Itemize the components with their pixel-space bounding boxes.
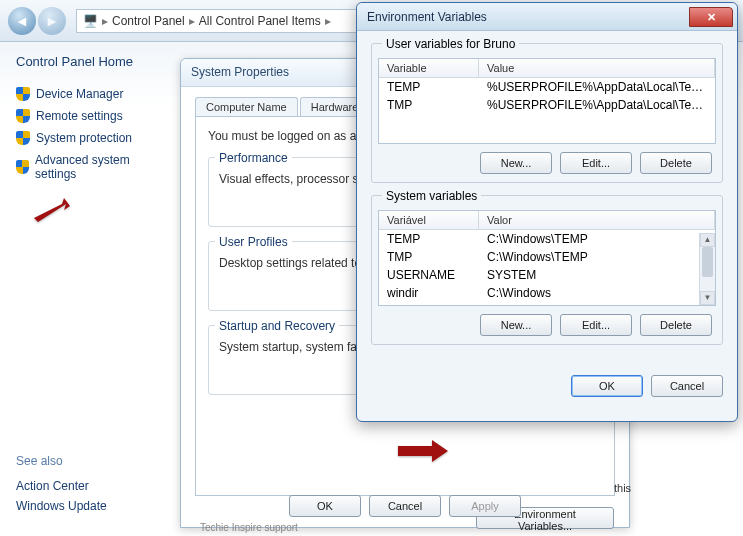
sidebar: Control Panel Home Device Manager Remote… — [0, 42, 180, 536]
title-bar[interactable]: Environment Variables ✕ — [357, 3, 737, 31]
sidebar-item-device-manager[interactable]: Device Manager — [8, 83, 172, 105]
table-header[interactable]: Variable Value — [379, 59, 715, 78]
group-label: System variables — [382, 189, 481, 203]
user-variables-table[interactable]: Variable Value TEMP%USERPROFILE%\AppData… — [378, 58, 716, 144]
annotation-arrow-icon — [34, 194, 70, 227]
scroll-down-icon[interactable]: ▼ — [700, 291, 715, 305]
svg-marker-0 — [34, 198, 70, 222]
col-value[interactable]: Valor — [479, 211, 715, 229]
see-also-section: See also Action Center Windows Update — [16, 454, 107, 516]
cancel-button[interactable]: Cancel — [369, 495, 441, 517]
sidebar-item-system-protection[interactable]: System protection — [8, 127, 172, 149]
new-button[interactable]: New... — [480, 152, 552, 174]
group-label: Performance — [215, 151, 292, 165]
cancel-button[interactable]: Cancel — [651, 375, 723, 397]
close-icon[interactable]: ✕ — [689, 7, 733, 27]
delete-button[interactable]: Delete — [640, 152, 712, 174]
group-label: Startup and Recovery — [215, 319, 339, 333]
chevron-right-icon: ▸ — [325, 14, 331, 28]
ok-button[interactable]: OK — [289, 495, 361, 517]
table-row[interactable]: USERNAMESYSTEM — [379, 266, 715, 284]
table-row[interactable]: TMP%USERPROFILE%\AppData\Local\Temp — [379, 96, 715, 114]
table-row[interactable]: TEMPC:\Windows\TEMP — [379, 230, 715, 248]
edit-button[interactable]: Edit... — [560, 152, 632, 174]
scroll-up-icon[interactable]: ▲ — [700, 233, 715, 247]
table-row[interactable]: windirC:\Windows — [379, 284, 715, 302]
group-label: User Profiles — [215, 235, 292, 249]
forward-button[interactable]: ► — [38, 7, 66, 35]
new-button[interactable]: New... — [480, 314, 552, 336]
tab-computer-name[interactable]: Computer Name — [195, 97, 298, 116]
dialog-title: Environment Variables — [367, 10, 689, 24]
chevron-right-icon: ▸ — [102, 14, 108, 28]
sidebar-item-advanced-system-settings[interactable]: Advanced system settings — [8, 149, 172, 185]
see-also-action-center[interactable]: Action Center — [16, 476, 107, 496]
apply-button[interactable]: Apply — [449, 495, 521, 517]
col-variable[interactable]: Variable — [379, 59, 479, 77]
table-row[interactable]: TEMP%USERPROFILE%\AppData\Local\Temp — [379, 78, 715, 96]
shield-icon — [16, 160, 29, 174]
back-button[interactable]: ◄ — [8, 7, 36, 35]
edit-button[interactable]: Edit... — [560, 314, 632, 336]
shield-icon — [16, 131, 30, 145]
sidebar-home-link[interactable]: Control Panel Home — [16, 54, 172, 69]
system-variables-table[interactable]: Variável Valor TEMPC:\Windows\TEMP TMPC:… — [378, 210, 716, 306]
ok-button[interactable]: OK — [571, 375, 643, 397]
see-also-label: See also — [16, 454, 107, 468]
annotation-arrow-icon — [398, 440, 448, 465]
breadcrumb-item[interactable]: Control Panel — [112, 14, 185, 28]
col-variable[interactable]: Variável — [379, 211, 479, 229]
scroll-thumb[interactable] — [702, 247, 713, 277]
truncated-text: this — [614, 482, 631, 494]
user-variables-group: User variables for Bruno Variable Value … — [371, 43, 723, 183]
chevron-right-icon: ▸ — [189, 14, 195, 28]
scrollbar[interactable]: ▲ ▼ — [699, 233, 715, 305]
shield-icon — [16, 109, 30, 123]
delete-button[interactable]: Delete — [640, 314, 712, 336]
table-header[interactable]: Variável Valor — [379, 211, 715, 230]
group-label: User variables for Bruno — [382, 37, 519, 51]
col-value[interactable]: Value — [479, 59, 715, 77]
system-variables-group: System variables Variável Valor TEMPC:\W… — [371, 195, 723, 345]
breadcrumb-item[interactable]: All Control Panel Items — [199, 14, 321, 28]
sidebar-item-remote-settings[interactable]: Remote settings — [8, 105, 172, 127]
footer-text: Techie Inspire support — [200, 522, 298, 533]
shield-icon — [16, 87, 30, 101]
computer-icon: 🖥️ — [83, 14, 98, 28]
environment-variables-dialog: Environment Variables ✕ User variables f… — [356, 2, 738, 422]
see-also-windows-update[interactable]: Windows Update — [16, 496, 107, 516]
table-row[interactable]: TMPC:\Windows\TEMP — [379, 248, 715, 266]
svg-marker-1 — [398, 440, 448, 462]
